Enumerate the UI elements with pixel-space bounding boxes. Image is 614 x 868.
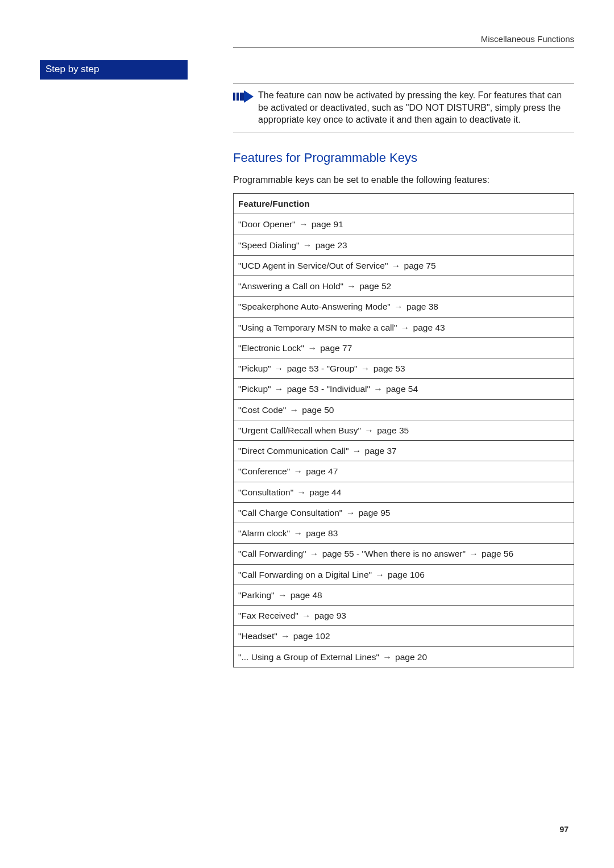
feature-cell: "Direct Communication Call" → page 37 xyxy=(234,441,574,461)
svg-marker-3 xyxy=(244,90,254,103)
arrow-icon: → xyxy=(298,218,309,231)
table-row: "Headset" → page 102 xyxy=(234,626,574,646)
arrow-icon: → xyxy=(292,465,304,478)
feature-cell: "Parking" → page 48 xyxy=(234,585,574,605)
arrow-icon: → xyxy=(345,506,356,519)
arrow-icon: → xyxy=(306,341,318,354)
table-row: "Conference" → page 47 xyxy=(234,461,574,482)
svg-rect-2 xyxy=(240,93,244,101)
feature-cell: "... Using a Group of External Lines" → … xyxy=(234,646,574,667)
page-number: 97 xyxy=(559,825,569,834)
table-row: "Speed Dialing" → page 23 xyxy=(234,235,574,255)
table-row: "Call Forwarding on a Digital Line" → pa… xyxy=(234,564,574,585)
arrow-icon: → xyxy=(360,362,371,375)
feature-cell: "Call Forwarding on a Digital Line" → pa… xyxy=(234,564,574,585)
arrow-icon: → xyxy=(273,362,285,375)
feature-cell: "Alarm clock" → page 83 xyxy=(234,523,574,544)
note-arrow-icon xyxy=(233,89,258,126)
page: Miscellaneous Functions Step by step The… xyxy=(0,0,614,868)
feature-cell: "Pickup" → page 53 - "Individual" → page… xyxy=(234,379,574,399)
sidebar-title: Step by step xyxy=(40,60,188,80)
table-row: "Alarm clock" → page 83 xyxy=(234,523,574,544)
arrow-icon: → xyxy=(372,382,384,395)
table-row: "Door Opener" → page 91 xyxy=(234,214,574,235)
arrow-icon: → xyxy=(391,259,402,272)
arrow-icon: → xyxy=(289,403,300,416)
arrow-icon: → xyxy=(381,650,393,663)
section-intro: Programmable keys can be set to enable t… xyxy=(233,174,574,186)
table-row: "Using a Temporary MSN to make a call" →… xyxy=(234,317,574,337)
feature-cell: "UCD Agent in Service/Out of Service" → … xyxy=(234,255,574,276)
feature-cell: "Electronic Lock" → page 77 xyxy=(234,337,574,358)
table-row: "Pickup" → page 53 - "Group" → page 53 xyxy=(234,358,574,379)
arrow-icon: → xyxy=(302,239,313,252)
feature-cell: "Call Charge Consultation" → page 95 xyxy=(234,502,574,523)
feature-cell: "Call Forwarding" → page 55 - "When ther… xyxy=(234,544,574,564)
table-row: "Speakerphone Auto-Answering Mode" → pag… xyxy=(234,297,574,317)
arrow-icon: → xyxy=(351,444,363,457)
feature-cell: "Answering a Call on Hold" → page 52 xyxy=(234,276,574,297)
feature-table-header: Feature/Function xyxy=(234,194,574,214)
arrow-icon: → xyxy=(400,321,411,334)
table-row: "... Using a Group of External Lines" → … xyxy=(234,646,574,667)
feature-cell: "Pickup" → page 53 - "Group" → page 53 xyxy=(234,358,574,379)
arrow-icon: → xyxy=(374,568,385,581)
table-row: "Fax Received" → page 93 xyxy=(234,606,574,626)
arrow-icon: → xyxy=(273,382,285,395)
arrow-icon: → xyxy=(292,527,304,540)
table-row: "Electronic Lock" → page 77 xyxy=(234,337,574,358)
arrow-icon: → xyxy=(277,589,288,602)
table-row: "Consultation" → page 44 xyxy=(234,482,574,502)
feature-table: Feature/Function "Door Opener" → page 91… xyxy=(233,193,574,667)
note-text: The feature can now be activated by pres… xyxy=(258,89,574,126)
svg-rect-1 xyxy=(237,93,239,101)
arrow-icon: → xyxy=(363,424,375,437)
main-content: The feature can now be activated by pres… xyxy=(233,60,574,667)
feature-cell: "Fax Received" → page 93 xyxy=(234,606,574,626)
table-row: "UCD Agent in Service/Out of Service" → … xyxy=(234,255,574,276)
table-row: "Urgent Call/Recall when Busy" → page 35 xyxy=(234,420,574,440)
arrow-icon: → xyxy=(393,300,404,313)
arrow-icon: → xyxy=(346,279,357,293)
feature-cell: "Cost Code" → page 50 xyxy=(234,399,574,420)
table-row: "Parking" → page 48 xyxy=(234,585,574,605)
feature-cell: "Door Opener" → page 91 xyxy=(234,214,574,235)
table-row: "Pickup" → page 53 - "Individual" → page… xyxy=(234,379,574,399)
arrow-icon: → xyxy=(468,547,479,560)
arrow-icon: → xyxy=(280,629,291,642)
arrow-icon: → xyxy=(309,547,320,560)
section-heading: Features for Programmable Keys xyxy=(233,149,574,166)
feature-cell: "Headset" → page 102 xyxy=(234,626,574,646)
sidebar: Step by step xyxy=(40,60,188,80)
table-row: "Direct Communication Call" → page 37 xyxy=(234,441,574,461)
table-row: "Call Charge Consultation" → page 95 xyxy=(234,502,574,523)
arrow-icon: → xyxy=(301,609,312,622)
table-row: "Cost Code" → page 50 xyxy=(234,399,574,420)
feature-cell: "Speakerphone Auto-Answering Mode" → pag… xyxy=(234,297,574,317)
page-header: Miscellaneous Functions xyxy=(233,34,574,48)
note-box: The feature can now be activated by pres… xyxy=(233,83,574,132)
arrow-icon: → xyxy=(296,486,307,499)
feature-cell: "Consultation" → page 44 xyxy=(234,482,574,502)
feature-cell: "Speed Dialing" → page 23 xyxy=(234,235,574,255)
columns: Step by step The feature can now be acti… xyxy=(40,60,574,667)
table-row: "Answering a Call on Hold" → page 52 xyxy=(234,276,574,297)
feature-cell: "Using a Temporary MSN to make a call" →… xyxy=(234,317,574,337)
table-row: "Call Forwarding" → page 55 - "When ther… xyxy=(234,544,574,564)
header-right-text: Miscellaneous Functions xyxy=(481,34,574,44)
feature-cell: "Conference" → page 47 xyxy=(234,461,574,482)
feature-cell: "Urgent Call/Recall when Busy" → page 35 xyxy=(234,420,574,440)
svg-rect-0 xyxy=(233,93,235,101)
